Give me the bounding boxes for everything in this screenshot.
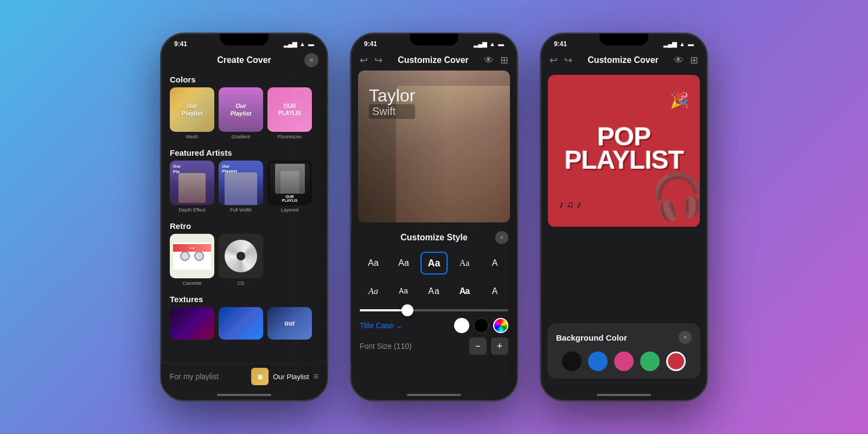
black-color-dot[interactable]	[474, 318, 489, 333]
home-indicator-2	[351, 390, 517, 400]
eye-icon[interactable]: 👁	[484, 55, 494, 66]
bg-panel-close[interactable]: ×	[679, 331, 692, 344]
bg-panel-header: Background Color ×	[556, 331, 692, 344]
phone3-forward-icon[interactable]: ↪	[564, 54, 572, 66]
bottom-bar-right: ▤ Our Playlist ≡	[251, 368, 318, 385]
cassette-reel-left	[180, 251, 190, 261]
cassette-item[interactable]: OUR Cassette	[170, 234, 214, 286]
white-color-dot[interactable]	[454, 318, 469, 333]
font-rounded[interactable]: Aa	[420, 280, 448, 303]
gradient-cover-item[interactable]: OurPlaylist Gradient	[219, 87, 263, 139]
bg-color-options	[556, 352, 692, 371]
full-width-item[interactable]: OurPlaylist Full Width	[219, 161, 263, 213]
spacer	[161, 344, 327, 350]
nav-left: ↩ ↪	[360, 54, 382, 66]
font-5[interactable]: A	[481, 252, 508, 275]
increase-font-btn[interactable]: +	[491, 337, 508, 355]
bg-panel-title: Background Color	[556, 333, 627, 342]
depth-effect-item[interactable]: OurPla Depth Effect	[170, 161, 214, 213]
depth-label: Depth Effect	[178, 207, 205, 213]
wifi-icon-3: ▲	[679, 41, 685, 47]
menu-icon[interactable]: ≡	[314, 372, 318, 381]
phone3-back-icon[interactable]: ↩	[550, 54, 558, 66]
mini-thumb: ▤	[251, 368, 269, 385]
panel-header: Customize Style ×	[360, 231, 508, 244]
phone3-nav-title: Customize Cover	[588, 55, 659, 65]
cd-item[interactable]: CD	[219, 234, 263, 286]
mesh-cover-item[interactable]: OurPlaylist Mesh	[170, 87, 214, 139]
font-thin[interactable]: Aa	[390, 252, 417, 275]
font-mono[interactable]: Aa	[390, 280, 417, 303]
home-indicator-1	[161, 390, 327, 400]
layered-text: OURPLAYLIS	[282, 195, 298, 202]
texture-1[interactable]	[170, 307, 214, 340]
font-row-1: Aa Aa Aa Aa A	[360, 252, 508, 275]
font-condensed[interactable]: Aa	[451, 280, 478, 303]
swatch-black[interactable]	[562, 352, 582, 371]
slider-thumb[interactable]	[401, 304, 413, 316]
phone3-eye-icon[interactable]: 👁	[674, 55, 684, 66]
phone3-cover-area: 🎧 🎉 ♪ ♫ ♪ POP PLAYLIST Background Color …	[541, 71, 707, 390]
gradient-label: Gradient	[232, 134, 251, 139]
fluor-cover-item[interactable]: OURPLAYLIS Fluorescen	[267, 87, 312, 139]
ts-artist-surname: Swift	[369, 104, 415, 119]
notch-3	[599, 34, 648, 46]
bottom-bar: For my playlist ▤ Our Playlist ≡	[161, 363, 327, 390]
close-button[interactable]: ×	[304, 53, 318, 67]
swatch-blue[interactable]	[588, 352, 608, 371]
rainbow-color-dot[interactable]	[493, 318, 508, 333]
pop-text-container: POP PLAYLIST	[564, 125, 684, 171]
back-icon[interactable]: ↩	[360, 54, 368, 66]
phone3-layers-icon[interactable]: ⊞	[690, 54, 698, 66]
artists-grid: OurPla Depth Effect OurPlaylist Full Wid…	[161, 161, 327, 217]
time-2: 9:41	[364, 40, 377, 48]
title-case-label: Title Case	[360, 321, 394, 330]
retro-section-label: Retro	[161, 217, 327, 234]
slider-row	[360, 309, 508, 311]
options-row: Title Case ⌄	[360, 318, 508, 333]
playlist-input[interactable]: For my playlist	[170, 372, 219, 381]
layers-icon[interactable]: ⊞	[500, 54, 508, 66]
cassette-label: OUR	[173, 244, 211, 252]
font-10[interactable]: A	[481, 280, 508, 303]
ts-text-overlay: Taylor Swift	[369, 87, 415, 119]
phone1-content: Colors OurPlaylist Mesh OurPlaylist Grad…	[161, 71, 327, 363]
fluor-thumb: OURPLAYLIS	[267, 87, 312, 132]
font-bold[interactable]: Aa	[420, 252, 448, 275]
wifi-icon-2: ▲	[489, 41, 495, 47]
layered-person	[275, 164, 305, 194]
swatch-red[interactable]	[666, 352, 686, 371]
texture-3[interactable]: our	[267, 307, 312, 340]
signal-icon: ▂▄▆	[284, 41, 297, 48]
cassette-label-text: OUR	[190, 247, 195, 250]
forward-icon[interactable]: ↪	[374, 54, 382, 66]
ts-background: Taylor Swift	[358, 71, 510, 222]
full-width-person	[225, 173, 257, 205]
title-case-btn[interactable]: Title Case ⌄	[360, 321, 403, 330]
phone-3: 9:41 ▂▄▆ ▲ ▬ ↩ ↪ Customize Cover 👁 ⊞ 🎧 🎉…	[540, 33, 708, 401]
textures-section-label: Textures	[161, 290, 327, 307]
font-slider[interactable]	[360, 309, 508, 311]
font-serif[interactable]: Aa	[451, 252, 478, 275]
swatch-green[interactable]	[640, 352, 660, 371]
colors-grid: OurPlaylist Mesh OurPlaylist Gradient OU…	[161, 87, 327, 144]
time-1: 9:41	[174, 40, 187, 48]
layered-item[interactable]: OURPLAYLIS Layered	[267, 161, 312, 213]
phone3-nav-left: ↩ ↪	[550, 54, 572, 66]
phone2-cover-area: Taylor Swift Customize Style × Aa Aa Aa …	[351, 71, 517, 390]
artists-section-label: Featured Artists	[161, 144, 327, 161]
panel-close-btn[interactable]: ×	[495, 231, 508, 244]
font-sans[interactable]: Aa	[360, 252, 387, 275]
color-dots	[454, 318, 508, 333]
cd-inner	[225, 240, 257, 272]
textures-grid: our	[161, 307, 327, 344]
cd-thumb	[219, 234, 263, 278]
font-italic[interactable]: Aa	[360, 280, 387, 303]
decrease-font-btn[interactable]: −	[469, 337, 487, 355]
mesh-thumb: OurPlaylist	[170, 87, 214, 132]
texture-2[interactable]	[219, 307, 263, 340]
font-size-label: Font Size (110)	[360, 342, 412, 350]
font-size-stepper: − +	[469, 337, 508, 355]
swatch-pink[interactable]	[614, 352, 634, 371]
nav-right: 👁 ⊞	[484, 54, 508, 66]
